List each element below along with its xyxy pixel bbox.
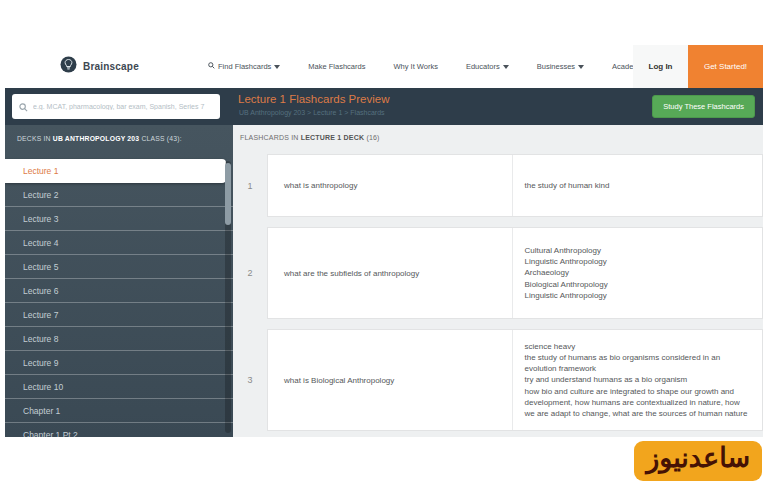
sidebar-scrollbar-thumb[interactable] xyxy=(225,163,231,225)
flashcards-heading: FLASHCARDS IN LECTURE 1 DECK (16) xyxy=(233,125,763,141)
top-navbar: Brainscape Find Flashcards Make Flashcar… xyxy=(5,45,763,88)
deck-list: Lecture 1 Lecture 2 Lecture 3 Lecture 4 … xyxy=(5,159,233,437)
brainscape-logo[interactable]: Brainscape xyxy=(60,45,139,88)
answer-line: Biological Anthropology xyxy=(525,279,750,290)
sidebar-item-lecture-4[interactable]: Lecture 4 xyxy=(5,231,233,255)
flashcard-question: what is anthropology xyxy=(268,155,513,216)
nav-item-label: Find Flashcards xyxy=(218,62,271,71)
answer-line: Archaeology xyxy=(525,267,750,278)
search-input[interactable] xyxy=(33,103,213,110)
flashcard-answer: science heavy the study of humans as bio… xyxy=(513,330,762,430)
answer-line: how bio and culture are integrated to sh… xyxy=(525,386,750,420)
decks-sidebar: DECKS IN UB ANTHROPOLOGY 203 CLASS (43):… xyxy=(5,125,233,437)
nav-links: Find Flashcards Make Flashcards Why It W… xyxy=(208,45,643,88)
brainscape-logo-icon xyxy=(60,56,77,77)
nav-item-label: Why It Works xyxy=(393,62,437,71)
page-title: Lecture 1 Flashcards Preview xyxy=(238,93,389,105)
nav-item-educators[interactable]: Educators xyxy=(466,62,509,71)
sidebar-item-lecture-9[interactable]: Lecture 9 xyxy=(5,351,233,375)
breadcrumb[interactable]: UB Anthropology 203 > Lecture 1 > Flashc… xyxy=(239,109,385,116)
sidebar-item-chapter-1[interactable]: Chapter 1 xyxy=(5,399,233,423)
flashcard-number: 2 xyxy=(233,227,267,319)
flashcard-number: 3 xyxy=(233,329,267,431)
answer-line: the study of human kind xyxy=(525,180,750,191)
nav-item-label: Businesses xyxy=(537,62,575,71)
flashcard-card[interactable]: what is anthropology the study of human … xyxy=(267,154,763,217)
sidebar-item-lecture-10[interactable]: Lecture 10 xyxy=(5,375,233,399)
login-button[interactable]: Log In xyxy=(633,45,688,88)
get-started-button[interactable]: Get Started! xyxy=(688,45,763,88)
sidebar-heading: DECKS IN UB ANTHROPOLOGY 203 CLASS (43): xyxy=(5,125,233,159)
flashcards-list: 1 what is anthropology the study of huma… xyxy=(233,154,763,431)
sidebar-item-lecture-6[interactable]: Lecture 6 xyxy=(5,279,233,303)
sidebar-item-lecture-2[interactable]: Lecture 2 xyxy=(5,183,233,207)
sidebar-item-lecture-1[interactable]: Lecture 1 xyxy=(5,159,226,183)
flashcard-question: what is Biological Anthropology xyxy=(268,330,513,430)
flashcard-card[interactable]: what are the subfields of anthropology C… xyxy=(267,227,763,319)
brand-name: Brainscape xyxy=(83,61,139,72)
sidebar-item-chapter-1-pt-2[interactable]: Chapter 1 Pt 2 xyxy=(5,423,233,437)
sidebar-item-lecture-7[interactable]: Lecture 7 xyxy=(5,303,233,327)
nav-item-why-it-works[interactable]: Why It Works xyxy=(393,62,437,71)
deck-header: Lecture 1 Flashcards Preview UB Anthropo… xyxy=(5,88,763,125)
nav-item-businesses[interactable]: Businesses xyxy=(537,62,584,71)
flashcards-panel: FLASHCARDS IN LECTURE 1 DECK (16) 1 what… xyxy=(233,125,763,437)
nav-item-label: Educators xyxy=(466,62,500,71)
search-box[interactable] xyxy=(12,94,220,119)
sidebar-item-lecture-3[interactable]: Lecture 3 xyxy=(5,207,233,231)
nav-item-make-flashcards[interactable]: Make Flashcards xyxy=(308,62,365,71)
flashcard-row: 3 what is Biological Anthropology scienc… xyxy=(233,329,763,431)
answer-line: try and understand humans as a bio organ… xyxy=(525,374,750,385)
flashcard-question: what are the subfields of anthropology xyxy=(268,228,513,318)
answer-line: Linguistic Anthropology xyxy=(525,256,750,267)
flashcard-number: 1 xyxy=(233,154,267,217)
answer-line: science heavy xyxy=(525,341,750,352)
sidebar-item-lecture-5[interactable]: Lecture 5 xyxy=(5,255,233,279)
answer-line: Linguistic Anthropology xyxy=(525,290,750,301)
flashcard-row: 1 what is anthropology the study of huma… xyxy=(233,154,763,217)
study-these-flashcards-button[interactable]: Study These Flashcards xyxy=(652,95,755,118)
chevron-down-icon xyxy=(503,65,509,69)
flashcard-card[interactable]: what is Biological Anthropology science … xyxy=(267,329,763,431)
page: Brainscape Find Flashcards Make Flashcar… xyxy=(0,0,768,488)
answer-line: the study of humans as bio organisms con… xyxy=(525,352,750,374)
flashcard-answer: Cultural Anthropology Linguistic Anthrop… xyxy=(513,228,762,318)
nav-item-find-flashcards[interactable]: Find Flashcards xyxy=(208,62,280,71)
search-icon xyxy=(208,62,215,71)
answer-line: Cultural Anthropology xyxy=(525,245,750,256)
nav-item-label: Make Flashcards xyxy=(308,62,365,71)
search-icon xyxy=(19,98,28,116)
saednews-watermark: ساعدنیوز xyxy=(634,441,762,481)
flashcard-row: 2 what are the subfields of anthropology… xyxy=(233,227,763,319)
chevron-down-icon xyxy=(578,65,584,69)
flashcard-answer: the study of human kind xyxy=(513,155,762,216)
sidebar-item-lecture-8[interactable]: Lecture 8 xyxy=(5,327,233,351)
chevron-down-icon xyxy=(274,65,280,69)
